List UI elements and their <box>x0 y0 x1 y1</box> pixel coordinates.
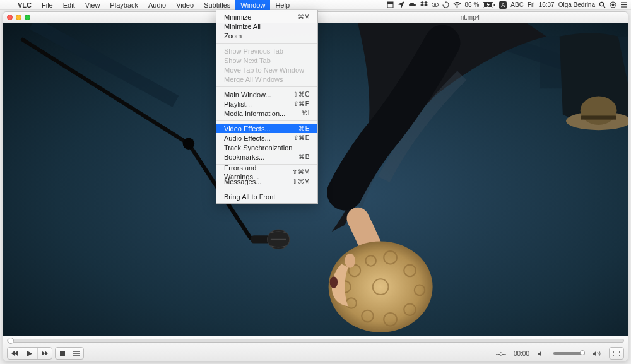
menu-item-minimize-all[interactable]: Minimize All <box>216 21 317 31</box>
time-elapsed[interactable]: --:-- <box>493 350 509 357</box>
menu-view[interactable]: View <box>80 0 105 10</box>
menu-item-label: Video Effects... <box>224 124 271 133</box>
menu-edit[interactable]: Edit <box>58 0 80 10</box>
menu-subtitles[interactable]: Subtitles <box>199 0 235 10</box>
menu-item-video-effects[interactable]: Video Effects...⌘E <box>216 124 317 133</box>
svg-line-9 <box>603 6 605 8</box>
menu-item-main-window[interactable]: Main Window...⇧⌘C <box>216 90 317 99</box>
svg-point-3 <box>434 3 438 7</box>
status-loop-icon[interactable] <box>442 1 449 8</box>
status-battery-percent[interactable]: 86 % <box>465 1 480 8</box>
next-button[interactable] <box>38 348 52 359</box>
status-wifi-icon[interactable] <box>453 2 461 8</box>
menu-item-label: Main Window... <box>224 90 271 99</box>
menu-separator <box>216 43 317 44</box>
svg-point-24 <box>183 138 195 150</box>
menu-item-zoom[interactable]: Zoom <box>216 31 317 40</box>
status-spotlight-icon[interactable] <box>599 1 606 8</box>
menu-file[interactable]: File <box>37 0 58 10</box>
window-close-button[interactable] <box>7 15 13 20</box>
svg-point-40 <box>330 276 338 288</box>
menu-item-move-tab-to-new-window: Move Tab to New Window <box>216 65 317 74</box>
menu-item-errors-and-warnings[interactable]: Errors and Warnings...⇧⌘M <box>216 167 317 177</box>
volume-thumb[interactable] <box>580 350 585 355</box>
menu-item-label: Bring All to Front <box>224 192 275 201</box>
volume-slider[interactable] <box>553 352 585 355</box>
seek-slider[interactable] <box>7 339 624 343</box>
window-menu-dropdown: Minimize⌘MMinimize AllZoomShow Previous … <box>216 10 318 204</box>
menu-item-minimize[interactable]: Minimize⌘M <box>216 12 317 21</box>
status-day[interactable]: Fri <box>528 1 535 8</box>
transport-group <box>7 347 52 360</box>
window-traffic-lights <box>7 15 30 20</box>
window-zoom-button[interactable] <box>25 15 30 20</box>
svg-point-8 <box>599 2 603 6</box>
window-minimize-button[interactable] <box>16 15 21 20</box>
play-button[interactable] <box>21 348 38 359</box>
menu-window[interactable]: Window <box>235 0 270 10</box>
app-menu[interactable]: VLC <box>13 0 37 10</box>
prev-button[interactable] <box>8 348 21 359</box>
svg-rect-42 <box>60 351 65 356</box>
menu-playback[interactable]: Playback <box>105 0 143 10</box>
status-cloud-icon[interactable] <box>408 1 416 8</box>
menu-item-label: Show Next Tab <box>224 56 271 65</box>
menu-item-label: Track Synchronization <box>224 143 292 152</box>
transport-buttons-row: --:-- 00:00 <box>3 345 628 361</box>
player-controls: --:-- 00:00 <box>3 336 628 361</box>
status-time[interactable]: 16:37 <box>539 1 555 8</box>
menu-audio[interactable]: Audio <box>143 0 171 10</box>
menu-item-label: Minimize All <box>224 22 261 31</box>
status-notification-center-icon[interactable] <box>620 1 627 8</box>
time-total[interactable]: 00:00 <box>511 350 532 357</box>
menu-item-shortcut: ⌘E <box>298 124 310 133</box>
menu-item-label: Media Information... <box>224 109 285 118</box>
menu-item-shortcut: ⇧⌘M <box>292 177 310 186</box>
svg-point-11 <box>612 4 615 6</box>
volume-mute-icon[interactable] <box>534 348 548 359</box>
menubar-status-area: 86 % A ABC Fri 16:37 Olga Bedrina <box>387 1 631 9</box>
menu-separator <box>216 86 317 87</box>
status-paper-plane-icon[interactable] <box>398 1 404 8</box>
svg-rect-21 <box>581 115 616 119</box>
menu-item-track-synchronization[interactable]: Track Synchronization <box>216 143 317 152</box>
status-siri-icon[interactable] <box>610 1 616 8</box>
menu-item-bookmarks[interactable]: Bookmarks...⌘B <box>216 152 317 161</box>
seek-thumb[interactable] <box>8 338 14 344</box>
status-input-lang[interactable]: ABC <box>510 1 524 8</box>
status-input-source-icon[interactable]: A <box>499 1 507 9</box>
menu-item-merge-all-windows: Merge All Windows <box>216 74 317 84</box>
menu-item-shortcut: ⇧⌘M <box>292 168 310 177</box>
menu-item-playlist[interactable]: Playlist...⇧⌘P <box>216 99 317 109</box>
menu-help[interactable]: Help <box>270 0 295 10</box>
menu-item-shortcut: ⌘B <box>298 153 310 161</box>
menu-item-label: Minimize <box>224 13 251 21</box>
menu-item-label: Zoom <box>224 32 242 40</box>
menu-item-label: Merge All Windows <box>224 75 283 84</box>
fullscreen-button[interactable] <box>610 348 623 359</box>
volume-max-icon[interactable] <box>590 348 604 359</box>
macos-menubar: VLC File Edit View Playback Audio Video … <box>0 0 631 10</box>
menu-item-audio-effects[interactable]: Audio Effects...⇧⌘E <box>216 133 317 143</box>
menu-item-shortcut: ⌘I <box>301 109 310 118</box>
svg-point-4 <box>456 6 457 8</box>
menu-item-bring-all-to-front[interactable]: Bring All to Front <box>216 192 317 201</box>
menu-item-label: Playlist... <box>224 100 252 109</box>
menu-item-media-information[interactable]: Media Information...⌘I <box>216 109 317 118</box>
menu-item-label: Show Previous Tab <box>224 47 283 56</box>
stop-group <box>55 347 84 360</box>
menu-item-shortcut: ⌘M <box>298 13 310 21</box>
menu-separator <box>216 120 317 121</box>
status-user-name[interactable]: Olga Bedrina <box>558 1 595 8</box>
svg-rect-1 <box>387 2 393 4</box>
status-battery-icon[interactable] <box>483 2 495 8</box>
playlist-button[interactable] <box>69 348 83 359</box>
fullscreen-group <box>609 347 624 360</box>
menu-video[interactable]: Video <box>171 0 199 10</box>
svg-point-20 <box>581 97 617 125</box>
status-app-icon[interactable] <box>387 1 394 8</box>
status-sync-icon[interactable] <box>432 1 439 8</box>
menu-item-label: Messages... <box>224 177 261 186</box>
status-dropbox-icon[interactable] <box>420 1 428 8</box>
stop-button[interactable] <box>56 348 69 359</box>
